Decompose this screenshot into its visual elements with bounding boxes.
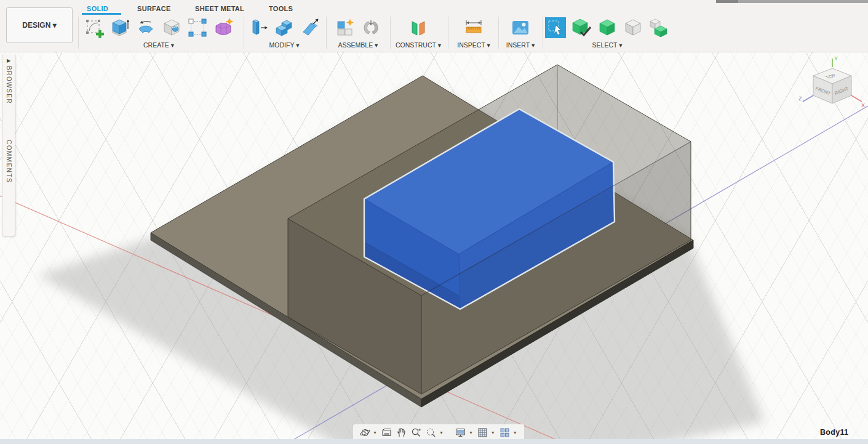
viewcube-axis-z-label: Z: [798, 95, 802, 102]
group-label-inspect[interactable]: INSPECT ▾: [457, 41, 490, 49]
group-label-create[interactable]: CREATE ▾: [143, 41, 174, 49]
group-insert: INSERT ▾: [500, 16, 541, 50]
window-select-icon[interactable]: [544, 17, 567, 39]
viewport-canvas[interactable]: ▶ BROWSER COMMENTS Y Z X TOP: [0, 52, 868, 444]
toolbar-separator: [326, 17, 327, 49]
create-sketch-icon[interactable]: [83, 17, 105, 39]
press-pull-icon[interactable]: [247, 17, 269, 39]
group-create: CREATE ▾: [80, 16, 237, 50]
design-menu-button[interactable]: DESIGN ▾: [6, 7, 73, 43]
toolbar-separator: [78, 17, 79, 49]
construction-plane-icon[interactable]: [407, 17, 429, 39]
toolbar-separator: [543, 17, 543, 49]
sidebar-item-browser[interactable]: BROWSER: [6, 66, 12, 104]
draft-icon[interactable]: [299, 17, 321, 39]
combine-icon[interactable]: [273, 17, 295, 39]
collapsed-side-panel: ▶ BROWSER COMMENTS: [2, 54, 15, 236]
fit-icon[interactable]: [425, 427, 437, 439]
viewcube-axis-y-label: Y: [834, 55, 838, 62]
top-toolbar: DESIGN ▾ SOLID SURFACE SHEET METAL TOOLS: [0, 0, 868, 52]
toolbar-separator: [390, 17, 391, 49]
insert-canvas-icon[interactable]: [509, 17, 532, 39]
group-label-assemble[interactable]: ASSEMBLE ▾: [338, 41, 378, 49]
new-component-icon[interactable]: [334, 17, 356, 39]
fusion360-window: DESIGN ▾ SOLID SURFACE SHEET METAL TOOLS: [0, 0, 868, 444]
create-form-icon[interactable]: [212, 17, 234, 39]
group-construct: CONSTRUCT ▾: [391, 16, 445, 50]
extrude-icon[interactable]: [109, 17, 131, 39]
expand-panel-arrow-icon[interactable]: ▶: [7, 58, 10, 63]
model-scene: [0, 52, 868, 444]
group-select: SELECT ▾: [544, 16, 671, 50]
navigation-bar: ▼ ± ▼ ▼ ▼ ▼: [353, 424, 524, 441]
svg-text:±: ±: [418, 427, 421, 432]
look-at-icon[interactable]: [381, 427, 393, 439]
viewports-icon[interactable]: [499, 427, 511, 439]
orbit-dropdown-caret[interactable]: ▼: [373, 430, 377, 435]
group-modify: MODIFY ▾: [245, 16, 324, 50]
select-body-icon[interactable]: [596, 17, 618, 39]
select-face-icon[interactable]: [622, 17, 644, 39]
window-edge-strip-dark: [716, 0, 738, 3]
pan-icon[interactable]: [396, 427, 408, 439]
hole-icon[interactable]: [161, 17, 183, 39]
viewcube[interactable]: Y Z X TOP FRONT RIGHT: [798, 54, 867, 123]
sidebar-item-comments[interactable]: COMMENTS: [6, 140, 12, 183]
viewcube-axis-x-label: X: [861, 102, 865, 108]
rectangular-pattern-icon[interactable]: [186, 17, 209, 39]
bottom-edge-strip: [0, 439, 868, 444]
group-inspect: INSPECT ▾: [449, 16, 498, 50]
grid-dropdown-caret[interactable]: ▼: [491, 430, 495, 435]
revolve-icon[interactable]: [135, 17, 157, 39]
tab-surface[interactable]: SURFACE: [137, 3, 171, 14]
toolbar-separator: [498, 17, 499, 49]
display-settings-icon[interactable]: [455, 427, 467, 439]
active-tab-underline: [82, 13, 121, 15]
zoom-icon[interactable]: ±: [410, 427, 423, 439]
orbit-icon[interactable]: [359, 427, 371, 439]
group-label-construct[interactable]: CONSTRUCT ▾: [396, 41, 441, 49]
group-label-insert[interactable]: INSERT ▾: [506, 41, 535, 49]
grid-settings-icon[interactable]: [477, 427, 489, 439]
viewports-dropdown-caret[interactable]: ▼: [513, 430, 517, 435]
display-dropdown-caret[interactable]: ▼: [469, 430, 473, 435]
fit-dropdown-caret[interactable]: ▼: [439, 430, 444, 435]
viewcube-cube[interactable]: TOP FRONT RIGHT: [813, 68, 851, 103]
tab-tools[interactable]: TOOLS: [269, 3, 293, 14]
toolbar-separator: [448, 17, 448, 49]
group-label-select[interactable]: SELECT ▾: [592, 41, 623, 49]
group-label-modify[interactable]: MODIFY ▾: [269, 41, 300, 49]
select-body-checked-icon[interactable]: [570, 17, 592, 39]
tab-sheet-metal[interactable]: SHEET METAL: [195, 3, 244, 14]
joint-icon[interactable]: [360, 17, 382, 39]
measure-icon[interactable]: [463, 17, 485, 39]
select-feature-icon[interactable]: [648, 17, 670, 39]
selected-body-label: Body11: [820, 428, 848, 437]
toolbar-separator: [244, 17, 244, 49]
group-assemble: ASSEMBLE ▾: [328, 16, 388, 50]
window-edge-strip: [738, 0, 868, 3]
